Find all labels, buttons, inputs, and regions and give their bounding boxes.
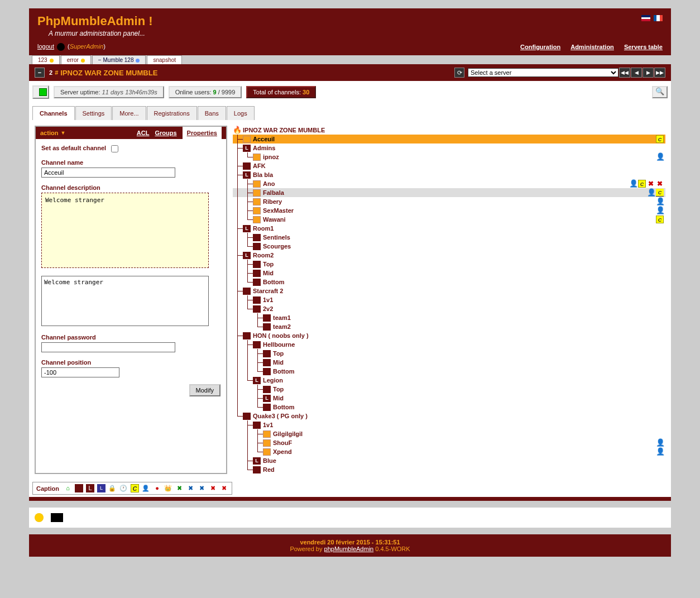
tree-node[interactable]: 1v1 — [233, 295, 665, 304]
administration-link[interactable]: Administration — [570, 44, 614, 50]
channel-pw-input[interactable] — [41, 342, 175, 352]
tree-node[interactable]: team1 — [233, 313, 665, 322]
channel-name-input[interactable] — [41, 168, 175, 178]
tree-node[interactable]: AcceuilC — [233, 135, 665, 143]
logout-link[interactable]: logout — [37, 43, 54, 50]
tree-node[interactable]: ipnoz👤 — [233, 152, 665, 161]
tree-node[interactable]: team2 — [233, 322, 665, 331]
tree-node[interactable]: LBlue — [233, 456, 665, 465]
search-button[interactable]: 🔍 — [652, 86, 668, 98]
priority-icon[interactable]: 👑 — [164, 484, 172, 492]
main-tab-more[interactable]: More... — [112, 106, 146, 120]
tree-node[interactable]: Xpend👤 — [233, 447, 665, 456]
groups-tab[interactable]: Groups — [155, 130, 176, 136]
server-tab[interactable]: 123 — [32, 55, 60, 64]
configuration-link[interactable]: Configuration — [520, 44, 560, 50]
suppress-icon[interactable]: ✖ — [198, 484, 206, 492]
channel-pw-label: Channel password — [41, 334, 220, 341]
tree-node[interactable]: LRoom1 — [233, 224, 665, 233]
flag-en-icon[interactable] — [641, 15, 650, 21]
nav-prev-icon[interactable]: ◀ — [631, 68, 642, 78]
mute-icon[interactable]: ✖ — [209, 484, 217, 492]
main-tab-bans[interactable]: Bans — [198, 106, 226, 120]
lock-icon[interactable]: 🔒 — [108, 484, 117, 492]
record-icon[interactable]: ● — [153, 484, 161, 492]
server-tab[interactable]: snapshot — [147, 55, 182, 64]
footer-link[interactable]: phpMumbleAdmin — [324, 546, 374, 552]
tree-node[interactable]: WawaniC — [233, 215, 665, 224]
nav-next-icon[interactable]: ▶ — [643, 68, 654, 78]
channel-temp-icon[interactable]: L — [97, 484, 106, 492]
default-channel-checkbox[interactable] — [111, 145, 118, 152]
tree-node[interactable]: Quake3 ( PG only ) — [233, 412, 665, 420]
home-icon[interactable]: ⌂ — [64, 484, 72, 492]
auth-user-icon[interactable]: 👤 — [142, 484, 150, 492]
main-tab-channels[interactable]: Channels — [32, 106, 75, 120]
tree-node[interactable]: Ribery👤 — [233, 197, 665, 206]
tree-node[interactable]: LAdmins — [233, 143, 665, 152]
user-channel-icon — [253, 216, 261, 223]
tree-node[interactable]: LLegion — [233, 376, 665, 385]
server-tab[interactable]: error — [61, 55, 91, 64]
refresh-icon[interactable]: ⟳ — [454, 68, 464, 78]
tree-node[interactable]: Gilgilgilgil — [233, 429, 665, 438]
nav-last-icon[interactable]: ▶▶ — [654, 68, 665, 78]
tree-node[interactable]: SexMaster👤 — [233, 206, 665, 215]
collapse-button[interactable]: − — [35, 68, 45, 78]
modify-button[interactable]: Modify — [189, 384, 220, 396]
channel-pos-input[interactable] — [41, 367, 119, 377]
clock-icon[interactable]: 🕐 — [119, 484, 128, 492]
tree-node[interactable]: Starcraft 2 — [233, 286, 665, 295]
comment-icon[interactable]: C — [131, 484, 139, 492]
tree-node[interactable]: Top — [233, 385, 665, 394]
nav-first-icon[interactable]: ◀◀ — [619, 68, 630, 78]
tree-node[interactable]: 1v1 — [233, 420, 665, 429]
comment-icon: C — [656, 216, 664, 223]
server-tab[interactable]: − Mumble 128 — [92, 55, 146, 64]
tree-node[interactable]: AFK — [233, 161, 665, 170]
tree-node[interactable]: Bottom — [233, 403, 665, 412]
tree-root[interactable]: 🔥IPNOZ WAR ZONE MUMBLE — [233, 126, 665, 135]
tree-node[interactable]: Top — [233, 349, 665, 358]
tree-node[interactable]: 2v2 — [233, 304, 665, 313]
channel-icon — [263, 323, 271, 331]
channel-desc-input[interactable]: Welcome stranger — [41, 276, 209, 326]
server-select[interactable]: Select a server — [468, 68, 619, 77]
tree-node[interactable]: LBla bla — [233, 170, 665, 179]
channel-icon — [253, 305, 261, 313]
servers-table-link[interactable]: Servers table — [624, 44, 663, 50]
tree-node[interactable]: Bottom — [233, 367, 665, 376]
tree-node[interactable]: Mid — [233, 269, 665, 278]
deaf-self-icon[interactable]: ✖ — [186, 484, 195, 492]
channel-icon — [263, 404, 271, 411]
mute-self-icon[interactable]: ✖ — [175, 484, 184, 492]
main-tab-registrations[interactable]: Registrations — [147, 106, 197, 120]
tree-node[interactable]: Hellbourne — [233, 340, 665, 349]
tree-node[interactable]: Red — [233, 465, 665, 474]
channel-icon — [253, 341, 261, 348]
main-tab-logs[interactable]: Logs — [227, 106, 255, 120]
tree-node[interactable]: Sentinels — [233, 233, 665, 242]
tree-node[interactable]: LRoom2 — [233, 251, 665, 260]
tree-node[interactable]: Falbala👤C — [233, 188, 665, 197]
action-menu[interactable]: action — [40, 130, 58, 136]
deaf-icon[interactable]: ✖ — [220, 484, 228, 492]
user-channel-icon — [253, 207, 261, 214]
tree-node[interactable]: LMid — [233, 394, 665, 403]
tree-node[interactable]: Bottom — [233, 278, 665, 286]
tree-node[interactable]: ShouF👤 — [233, 438, 665, 447]
tree-node[interactable]: Mid — [233, 358, 665, 367]
flag-fr-icon[interactable] — [654, 15, 663, 21]
main-tab-settings[interactable]: Settings — [75, 106, 112, 120]
channel-desc-preview[interactable]: Welcome stranger — [41, 193, 209, 268]
channel-linked-icon[interactable]: L — [86, 484, 94, 492]
footer: vendredi 20 février 2015 - 15:31:51 Powe… — [29, 534, 671, 557]
properties-tab[interactable]: Properties — [183, 127, 222, 139]
tree-node[interactable]: HON ( noobs only ) — [233, 331, 665, 340]
tree-node[interactable]: Ano👤C✖✖ — [233, 179, 665, 188]
tree-node[interactable]: Top — [233, 260, 665, 269]
tree-node[interactable]: Scourges — [233, 242, 665, 251]
acl-tab[interactable]: ACL — [137, 130, 150, 136]
channel-default-icon[interactable] — [75, 484, 83, 492]
status-indicator[interactable] — [32, 85, 49, 99]
